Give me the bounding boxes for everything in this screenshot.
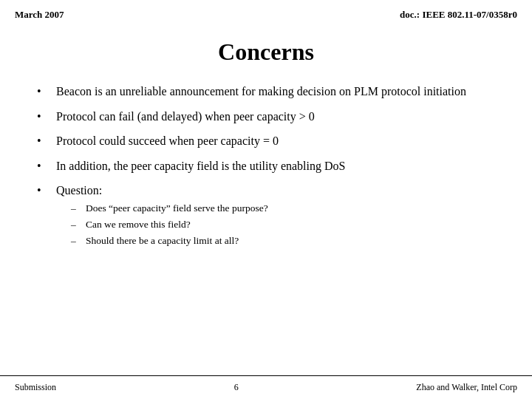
header: March 2007 doc.: IEEE 802.11-07/0358r0 [0, 0, 532, 25]
bullet-text: Question:–Does “peer capacity” field ser… [56, 183, 502, 250]
bullet-text: Protocol can fail (and delayed) when pee… [56, 109, 502, 125]
bullet-item: •Question:–Does “peer capacity” field se… [37, 183, 502, 250]
bullet-dot: • [37, 133, 52, 149]
sub-text: Should there be a capacity limit at all? [86, 234, 502, 248]
sub-item: –Does “peer capacity” field serve the pu… [71, 202, 502, 215]
header-doc: doc.: IEEE 802.11-07/0358r0 [400, 9, 517, 21]
title-section: Concerns [0, 25, 532, 83]
footer-submission: Submission [15, 382, 56, 393]
bullet-dot: • [37, 83, 52, 100]
bullet-item: •In addition, the peer capacity field is… [37, 158, 502, 174]
bullet-dot: • [37, 109, 52, 125]
footer: Submission 6 Zhao and Walker, Intel Corp [0, 375, 532, 399]
bullet-text: Beacon is an unreliable announcement for… [56, 83, 502, 100]
slide: March 2007 doc.: IEEE 802.11-07/0358r0 C… [0, 0, 532, 399]
sub-item: –Should there be a capacity limit at all… [71, 234, 502, 248]
bullet-dot: • [37, 183, 52, 199]
content-section: •Beacon is an unreliable announcement fo… [0, 83, 532, 251]
bullet-dot: • [37, 158, 52, 174]
sub-dash: – [71, 218, 83, 231]
bullet-item: •Beacon is an unreliable announcement fo… [37, 83, 502, 100]
bullet-item: •Protocol could succeed when peer capaci… [37, 133, 502, 149]
bullet-text: In addition, the peer capacity field is … [56, 158, 502, 174]
sub-text: Can we remove this field? [86, 218, 502, 231]
sub-item: –Can we remove this field? [71, 218, 502, 231]
bullet-text: Protocol could succeed when peer capacit… [56, 133, 502, 149]
bullet-list: •Beacon is an unreliable announcement fo… [37, 83, 502, 251]
sub-list: –Does “peer capacity” field serve the pu… [71, 202, 502, 248]
slide-title: Concerns [15, 38, 517, 66]
sub-dash: – [71, 234, 83, 248]
sub-text: Does “peer capacity” field serve the pur… [86, 202, 502, 215]
footer-page: 6 [234, 382, 239, 393]
bullet-item: •Protocol can fail (and delayed) when pe… [37, 109, 502, 125]
header-date: March 2007 [15, 9, 64, 21]
sub-dash: – [71, 202, 83, 215]
footer-author: Zhao and Walker, Intel Corp [416, 382, 517, 393]
